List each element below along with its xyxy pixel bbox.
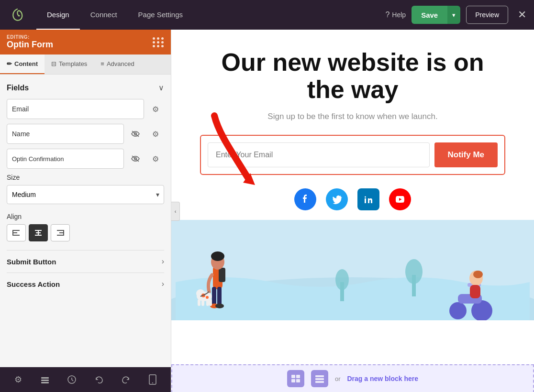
tab-page-settings-label: Page Settings [138,11,183,19]
topnav: Design Connect Page Settings ? Help Save… [0,0,534,30]
name-visibility-icon[interactable] [127,125,144,142]
canvas-subtext: Sign up to be the first to know when we … [200,112,505,121]
svg-rect-34 [198,299,200,306]
svg-rect-28 [212,287,216,306]
fields-collapse-icon[interactable]: ∨ [158,83,164,92]
topnav-tabs: Design Connect Page Settings [36,0,385,30]
optin-settings-icon[interactable]: ⚙ [147,150,164,167]
history-icon-button[interactable] [62,370,81,389]
undo-icon-button[interactable] [89,370,109,389]
align-left-button[interactable] [7,224,26,241]
drag-block-area: or Drag a new block here [171,364,534,392]
svg-rect-50 [470,285,480,298]
email-form-container: Notify Me [200,135,505,175]
redo-icon-button[interactable] [116,370,135,389]
svg-point-39 [206,296,209,299]
canvas-headline: Our new website is on the way [200,49,505,103]
help-circle-icon: ? [385,11,389,19]
sidebar: EDITING: Optin Form ✏ Content ⊟ Template… [0,30,171,392]
svg-point-31 [215,304,224,308]
svg-rect-17 [41,380,49,381]
sidebar-header-text: EDITING: Optin Form [7,34,53,50]
linkedin-icon[interactable] [357,188,379,210]
svg-rect-18 [41,382,49,383]
svg-point-51 [473,271,483,278]
sidebar-header: EDITING: Optin Form [0,30,171,54]
layers-icon-button[interactable] [35,370,55,389]
email-form-row: Notify Me [208,142,498,167]
success-action-section[interactable]: Success Action › [7,272,164,295]
twitter-icon[interactable] [326,188,348,210]
sidebar-content: Fields ∨ ⚙ ⚙ ⚙ [0,75,171,367]
help-button[interactable]: ? Help [385,11,406,19]
canvas-inner: Our new website is on the way Sign up to… [171,30,534,364]
save-button[interactable]: Save [412,6,447,24]
fields-title: Fields [7,84,29,92]
sidebar-collapse-button[interactable]: ‹ [171,202,180,221]
tab-connect[interactable]: Connect [80,0,128,30]
notify-button[interactable]: Notify Me [434,142,498,167]
sidebar-tab-templates[interactable]: ⊟ Templates [44,54,94,74]
close-button[interactable]: ✕ [518,9,526,21]
svg-point-41 [335,269,349,290]
svg-rect-54 [291,379,295,382]
preview-button[interactable]: Preview [466,6,508,24]
svg-point-45 [449,302,467,319]
svg-point-43 [405,259,423,284]
align-buttons [7,224,164,241]
settings-icon-button[interactable]: ⚙ [9,370,28,389]
sidebar-tab-templates-label: Templates [59,60,87,67]
svg-point-27 [211,251,224,261]
name-settings-icon[interactable]: ⚙ [147,125,164,142]
sidebar-tab-advanced[interactable]: ≡ Advanced [94,54,141,74]
align-section: Align [7,213,164,241]
topnav-right: ? Help Save ▾ Preview ✕ [385,6,526,24]
tab-connect-label: Connect [90,11,117,19]
submit-button-section[interactable]: Submit Button › [7,250,164,272]
sidebar-tab-advanced-label: Advanced [107,60,134,67]
tab-design[interactable]: Design [36,0,80,30]
optin-field-input[interactable] [7,149,124,169]
facebook-icon[interactable] [294,188,316,210]
mobile-preview-icon-button[interactable] [143,370,162,389]
email-input[interactable] [208,142,430,167]
editing-label: EDITING: [7,34,53,40]
list-block-icon [311,370,328,387]
size-select-wrapper: Small Medium Large ▾ [7,185,164,204]
pencil-icon: ✏ [7,60,12,67]
email-field-input[interactable] [7,99,144,119]
name-field-input[interactable] [7,124,124,144]
social-icons [200,188,505,220]
sidebar-bottom-toolbar: ⚙ [0,367,171,392]
svg-rect-37 [209,299,212,306]
optin-visibility-icon[interactable] [127,150,144,167]
svg-rect-52 [291,375,295,378]
save-dropdown-button[interactable]: ▾ [447,6,460,24]
drag-block-or-text: or [335,375,341,382]
svg-rect-35 [201,299,204,306]
form-title: Optin Form [7,40,53,50]
submit-button-chevron-icon: › [162,257,164,266]
tab-page-settings[interactable]: Page Settings [128,0,193,30]
canvas: ‹ Our new website is on the way Sign up … [171,30,534,392]
logo [8,5,27,24]
templates-icon: ⊟ [51,60,56,67]
align-right-button[interactable] [51,224,70,241]
drag-block-label: Drag a new block here [347,375,418,382]
canvas-content: ‹ Our new website is on the way Sign up … [171,30,534,392]
align-center-button[interactable] [29,224,48,241]
illustration-area [171,220,534,320]
svg-rect-36 [206,299,209,306]
size-select[interactable]: Small Medium Large [7,185,164,204]
svg-rect-25 [219,268,225,282]
youtube-icon[interactable] [389,188,411,210]
align-label: Align [7,213,164,220]
sidebar-tabs: ✏ Content ⊟ Templates ≡ Advanced [0,54,171,75]
grid-menu-icon[interactable] [153,37,164,47]
grid-block-icon [287,370,304,387]
sidebar-tab-content[interactable]: ✏ Content [0,54,44,74]
svg-rect-29 [217,287,222,306]
email-settings-icon[interactable]: ⚙ [147,100,164,118]
submit-button-label: Submit Button [7,258,56,266]
svg-rect-57 [315,378,324,380]
